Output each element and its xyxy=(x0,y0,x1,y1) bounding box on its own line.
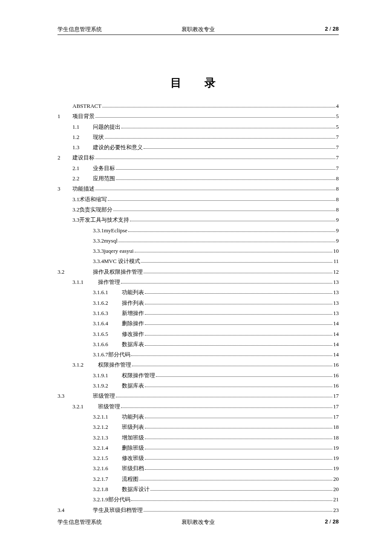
toc-label: 数据库设计 xyxy=(122,486,150,492)
toc-leader xyxy=(150,490,332,491)
toc-label: 班级管理 xyxy=(93,393,115,399)
toc-page: 13 xyxy=(333,300,339,306)
toc-row: 3.3.1 myEclipse9 xyxy=(58,228,339,233)
toc-leader xyxy=(145,428,332,428)
toc-row: 2.1业务目标7 xyxy=(58,165,339,171)
toc-page: 7 xyxy=(336,145,339,150)
toc-row: 1.1问题的提出5 xyxy=(58,124,339,130)
toc-row: 3.1.6.1功能列表13 xyxy=(58,289,339,295)
toc-leader xyxy=(116,179,335,180)
toc-label: 现状 xyxy=(93,134,104,140)
toc-number: 3.2.1.1 xyxy=(93,414,122,419)
toc-number: 3.1.6.1 xyxy=(93,289,122,295)
toc-row: ABSTRACT4 xyxy=(58,103,339,109)
toc-label: 术语和缩写 xyxy=(79,197,107,202)
toc-page: 7 xyxy=(336,165,339,171)
toc-leader xyxy=(95,159,335,159)
toc-number: 3.1.6.3 xyxy=(93,310,122,316)
toc-number: 3.2.1.3 xyxy=(93,435,122,440)
footer-page-sep: / xyxy=(328,518,333,525)
toc-row: 1项目背景5 xyxy=(58,113,339,119)
toc-label: 班级归档 xyxy=(122,465,144,471)
toc-row: 3.3.3 juqery easyui 10 xyxy=(58,248,339,254)
toc-number: 3.2.1.2 xyxy=(93,424,122,430)
toc-label: 操作管理 xyxy=(98,279,120,285)
toc-leader xyxy=(95,117,335,118)
toc-number: 3.3.3 xyxy=(93,248,104,254)
toc-label: 功能列表 xyxy=(122,289,144,295)
toc-leader xyxy=(132,366,332,366)
toc-number: 1.1 xyxy=(72,124,93,130)
toc-label: 功能列表 xyxy=(122,414,144,419)
toc-leader xyxy=(130,221,335,221)
toc-page: 23 xyxy=(333,507,339,513)
toc-label: 数据库表 xyxy=(122,383,144,388)
toc-row: 3.2.1.1功能列表17 xyxy=(58,414,339,419)
toc-leader xyxy=(145,387,332,387)
toc-leader xyxy=(145,324,332,325)
toc-label: 权限操作管理 xyxy=(98,362,131,367)
toc-label: mysql xyxy=(104,238,118,243)
toc-leader xyxy=(145,469,332,470)
toc-leader xyxy=(102,107,335,107)
toc-number: 3.2 xyxy=(58,269,93,275)
toc-row: 3.3 开发工具与技术支持9 xyxy=(58,217,339,223)
toc-number: 3.1.6.7 xyxy=(93,352,108,357)
toc-row: 3.1.9.1权限操作管理16 xyxy=(58,373,339,378)
toc-row: 3.2.1.9 部分代码21 xyxy=(58,497,339,502)
toc-row: 3.2.1班级管理17 xyxy=(58,404,339,409)
toc-leader xyxy=(121,128,335,128)
toc-page: 21 xyxy=(333,497,339,502)
toc-page: 8 xyxy=(336,207,339,212)
toc-page: 17 xyxy=(333,393,339,399)
toc-leader xyxy=(145,449,332,449)
toc-leader xyxy=(145,345,332,346)
toc-row: 3.2.1.2班级列表18 xyxy=(58,424,339,430)
toc-row: 3.3.4 MVC 设计模式 11 xyxy=(58,258,339,264)
toc-page: 14 xyxy=(333,341,339,347)
toc-number: 3.2.1.9 xyxy=(93,497,108,502)
toc-number: 3.1.1 xyxy=(72,279,98,285)
toc-page: 16 xyxy=(333,362,339,367)
toc-leader xyxy=(139,480,332,480)
toc-leader xyxy=(116,169,335,170)
toc-row: 3功能描述8 xyxy=(58,186,339,191)
toc-label: 班级列表 xyxy=(122,424,144,430)
toc-number: 3.3 xyxy=(58,393,93,399)
toc-page: 8 xyxy=(336,186,339,191)
toc-number: 3.3.4 xyxy=(93,258,104,264)
toc-label: 新增操作 xyxy=(122,310,144,316)
toc-label: 部分代码 xyxy=(108,352,130,357)
toc-page: 19 xyxy=(333,455,339,461)
toc-label: 应用范围 xyxy=(93,176,115,181)
toc-number: 1 xyxy=(58,113,72,119)
toc-page: 20 xyxy=(333,486,339,492)
toc-row: 1.3建设的必要性和意义7 xyxy=(58,145,339,150)
footer-right: 2 / 28 xyxy=(245,518,339,526)
toc-label: 修改班级 xyxy=(122,455,144,461)
toc-row: 3.3班级管理17 xyxy=(58,393,339,399)
toc-label: 学生及班级归档管理 xyxy=(93,507,143,513)
toc-row: 3.2.1.8数据库设计20 xyxy=(58,486,339,492)
toc-number: 3.2.1.5 xyxy=(93,455,122,461)
toc-row: 3.2.1.4删除班级19 xyxy=(58,445,339,451)
toc-number: 3.2.1.8 xyxy=(93,486,122,492)
toc-number: 3.2.1.7 xyxy=(93,476,122,482)
toc-leader xyxy=(156,376,332,377)
toc-page: 11 xyxy=(333,258,339,264)
toc-page: 9 xyxy=(336,217,339,223)
toc-page: 16 xyxy=(333,383,339,388)
toc-row: 3.4学生及班级归档管理23 xyxy=(58,507,339,513)
toc-page: 18 xyxy=(333,435,339,440)
toc-leader xyxy=(108,200,335,201)
toc-leader xyxy=(95,190,335,190)
toc-page: 14 xyxy=(333,331,339,337)
toc-page: 17 xyxy=(333,404,339,409)
toc-page: 14 xyxy=(333,352,339,357)
toc-leader xyxy=(105,138,335,139)
toc-number: 2 xyxy=(58,155,72,160)
toc-row: 3.1.6.4删除操作14 xyxy=(58,321,339,326)
toc-number: 1.3 xyxy=(72,145,93,150)
toc-leader xyxy=(128,231,335,232)
toc-page: 14 xyxy=(333,321,339,326)
